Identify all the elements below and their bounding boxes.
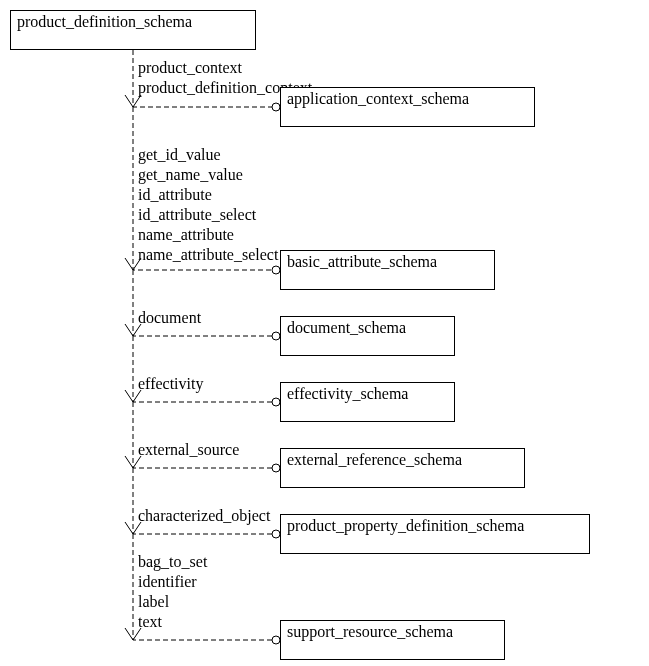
target-box-6: support_resource_schema	[280, 620, 505, 660]
ref-labels-3: effectivity	[138, 374, 203, 394]
terminator-4	[272, 464, 280, 472]
terminator-1	[272, 266, 280, 274]
target-title: product_property_definition_schema	[287, 517, 524, 534]
terminator-3	[272, 398, 280, 406]
ref-labels-5: characterized_object	[138, 506, 270, 526]
ref-labels-6: bag_to_set identifier label text	[138, 552, 207, 632]
ref-label: characterized_object	[138, 507, 270, 524]
terminator-6	[272, 636, 280, 644]
target-box-2: document_schema	[280, 316, 455, 356]
ref-label: get_id_value get_name_value id_attribute…	[138, 146, 278, 263]
ref-labels-1: get_id_value get_name_value id_attribute…	[138, 145, 278, 265]
ref-label: bag_to_set identifier label text	[138, 553, 207, 630]
target-box-3: effectivity_schema	[280, 382, 455, 422]
target-title: support_resource_schema	[287, 623, 453, 640]
target-box-4: external_reference_schema	[280, 448, 525, 488]
ref-labels-2: document	[138, 308, 201, 328]
root-schema-title: product_definition_schema	[17, 13, 192, 30]
target-box-0: application_context_schema	[280, 87, 535, 127]
ref-labels-4: external_source	[138, 440, 239, 460]
target-title: effectivity_schema	[287, 385, 408, 402]
target-box-5: product_property_definition_schema	[280, 514, 590, 554]
target-box-1: basic_attribute_schema	[280, 250, 495, 290]
terminator-5	[272, 530, 280, 538]
target-title: external_reference_schema	[287, 451, 462, 468]
ref-label: external_source	[138, 441, 239, 458]
target-title: application_context_schema	[287, 90, 469, 107]
target-title: document_schema	[287, 319, 406, 336]
target-title: basic_attribute_schema	[287, 253, 437, 270]
root-schema-box: product_definition_schema	[10, 10, 256, 50]
terminator-0	[272, 103, 280, 111]
terminator-2	[272, 332, 280, 340]
ref-label: document	[138, 309, 201, 326]
ref-label: effectivity	[138, 375, 203, 392]
